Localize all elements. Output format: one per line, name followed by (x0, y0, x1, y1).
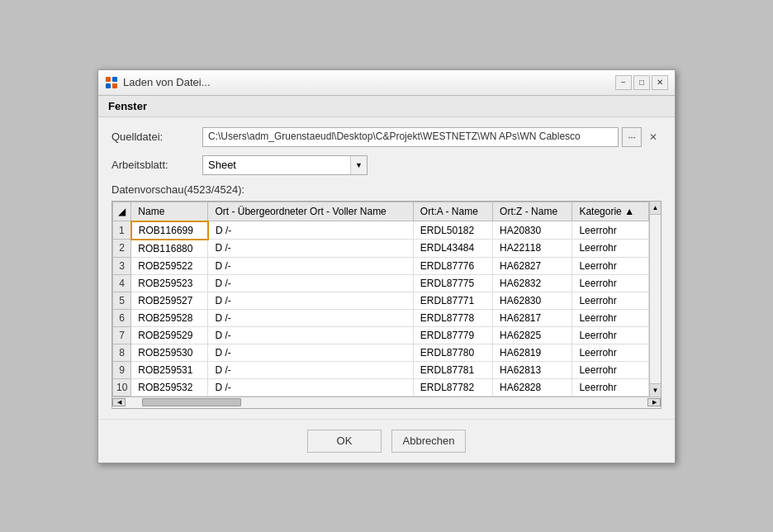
row-number: 2 (113, 240, 131, 258)
cell-kategorie: Leerrohr (572, 309, 649, 326)
cell-ort-z: HA62813 (493, 361, 572, 378)
cell-ort-z: HA62828 (493, 378, 572, 396)
cell-ort-z: HA62832 (493, 274, 572, 292)
cell-kategorie: Leerrohr (572, 240, 649, 258)
cell-ort-a: ERDL87781 (413, 361, 492, 378)
scroll-down-icon[interactable]: ▼ (650, 383, 661, 397)
source-file-row: Quelldatei: C:\Users\adm_Gruenstaeudl\De… (111, 127, 662, 147)
row-number: 10 (113, 378, 131, 396)
cell-ort: D /- (208, 257, 413, 274)
row-number: 8 (113, 344, 131, 361)
col-header-ort-a: Ort:A - Name (413, 202, 492, 221)
source-file-path[interactable]: C:\Users\adm_Gruenstaeudl\Desktop\C&Proj… (202, 127, 619, 147)
col-header-row: ◢ (113, 202, 131, 221)
col-header-name: Name (131, 202, 208, 221)
worksheet-label: Arbeitsblatt: (111, 159, 202, 171)
section-header: Fenster (98, 96, 675, 117)
cell-ort: D /- (208, 361, 413, 378)
vertical-scrollbar[interactable]: ▲ ▼ (649, 202, 661, 397)
row-number: 1 (113, 221, 131, 240)
cell-ort-z: HA62827 (493, 257, 572, 274)
row-number: 9 (113, 361, 131, 378)
dialog-window: Laden von Datei... − □ ✕ Fenster Quellda… (97, 69, 676, 463)
cell-kategorie: Leerrohr (572, 344, 649, 361)
cell-ort: D /- (208, 221, 413, 240)
row-number: 5 (113, 292, 131, 309)
table-row: 10ROB259532D /-ERDL87782HA62828Leerrohr (113, 378, 649, 396)
clear-button[interactable]: ✕ (645, 127, 662, 147)
source-file-label: Quelldatei: (111, 131, 202, 143)
table-row: 1ROB116699D /-ERDL50182HA20830Leerrohr (113, 221, 649, 240)
ok-button[interactable]: OK (307, 430, 382, 453)
title-buttons: − □ ✕ (615, 75, 668, 90)
table-row: 5ROB259527D /-ERDL87771HA62830Leerrohr (113, 292, 649, 309)
scroll-right-icon[interactable]: ▶ (647, 398, 661, 406)
cell-name: ROB259523 (131, 274, 208, 292)
cell-kategorie: Leerrohr (572, 274, 649, 292)
table-row: 3ROB259522D /-ERDL87776HA62827Leerrohr (113, 257, 649, 274)
col-header-kategorie: Kategorie ▲ (572, 202, 649, 221)
cell-ort: D /- (208, 240, 413, 258)
row-number: 6 (113, 309, 131, 326)
data-table-container: ◢ Name Ort - Übergeordneter Ort - Voller… (111, 201, 662, 409)
worksheet-dropdown[interactable]: Sheet ▼ (202, 155, 368, 175)
cell-kategorie: Leerrohr (572, 326, 649, 344)
cell-name: ROB259528 (131, 309, 208, 326)
cell-ort-a: ERDL43484 (413, 240, 492, 258)
cell-name: ROB259522 (131, 257, 208, 274)
cell-name: ROB116880 (131, 240, 208, 258)
cell-ort-z: HA62817 (493, 309, 572, 326)
cell-ort-a: ERDL50182 (413, 221, 492, 240)
cell-ort-a: ERDL87779 (413, 326, 492, 344)
cell-name: ROB259531 (131, 361, 208, 378)
table-row: 4ROB259523D /-ERDL87775HA62832Leerrohr (113, 274, 649, 292)
preview-label: Datenvorschau(4523/4524): (111, 183, 662, 196)
cell-ort: D /- (208, 309, 413, 326)
cell-name: ROB259529 (131, 326, 208, 344)
maximize-button[interactable]: □ (633, 75, 650, 90)
cell-ort: D /- (208, 378, 413, 396)
table-wrapper[interactable]: ◢ Name Ort - Übergeordneter Ort - Voller… (112, 202, 649, 397)
table-body: 1ROB116699D /-ERDL50182HA20830Leerrohr2R… (113, 221, 649, 397)
cell-ort: D /- (208, 274, 413, 292)
cell-name: ROB259532 (131, 378, 208, 396)
col-header-ort-z: Ort:Z - Name (493, 202, 572, 221)
scroll-left-icon[interactable]: ◀ (112, 398, 126, 406)
table-row: 9ROB259531D /-ERDL87781HA62813Leerrohr (113, 361, 649, 378)
cell-ort-z: HA20830 (493, 221, 572, 240)
title-bar-left: Laden von Datei... (105, 76, 211, 89)
cell-kategorie: Leerrohr (572, 257, 649, 274)
cell-ort: D /- (208, 344, 413, 361)
scroll-up-icon[interactable]: ▲ (650, 202, 661, 215)
table-row: 7ROB259529D /-ERDL87779HA62825Leerrohr (113, 326, 649, 344)
row-number: 3 (113, 257, 131, 274)
cell-ort-z: HA62830 (493, 292, 572, 309)
cell-kategorie: Leerrohr (572, 221, 649, 240)
table-row: 2ROB116880D /-ERDL43484HA22118Leerrohr (113, 240, 649, 258)
title-bar: Laden von Datei... − □ ✕ (98, 70, 675, 96)
row-number: 7 (113, 326, 131, 344)
horizontal-scrollbar-thumb[interactable] (142, 398, 241, 406)
close-button[interactable]: ✕ (652, 75, 668, 90)
dropdown-arrow-icon[interactable]: ▼ (350, 156, 367, 174)
app-icon (105, 76, 118, 89)
minimize-button[interactable]: − (615, 75, 632, 90)
cell-name: ROB259530 (131, 344, 208, 361)
row-number: 4 (113, 274, 131, 292)
cell-ort: D /- (208, 292, 413, 309)
table-row: 6ROB259528D /-ERDL87778HA62817Leerrohr (113, 309, 649, 326)
cell-kategorie: Leerrohr (572, 361, 649, 378)
horizontal-scrollbar[interactable]: ◀ ▶ (112, 397, 661, 408)
cell-ort-a: ERDL87775 (413, 274, 492, 292)
cell-name: ROB259527 (131, 292, 208, 309)
cell-name: ROB116699 (131, 221, 208, 240)
table-header: ◢ Name Ort - Übergeordneter Ort - Voller… (113, 202, 649, 221)
browse-button[interactable]: ··· (622, 127, 642, 147)
cell-ort-a: ERDL87780 (413, 344, 492, 361)
cell-ort: D /- (208, 326, 413, 344)
cell-ort-z: HA62825 (493, 326, 572, 344)
cell-ort-a: ERDL87782 (413, 378, 492, 396)
cell-kategorie: Leerrohr (572, 378, 649, 396)
cell-ort-z: HA62819 (493, 344, 572, 361)
cancel-button[interactable]: Abbrechen (391, 430, 466, 453)
